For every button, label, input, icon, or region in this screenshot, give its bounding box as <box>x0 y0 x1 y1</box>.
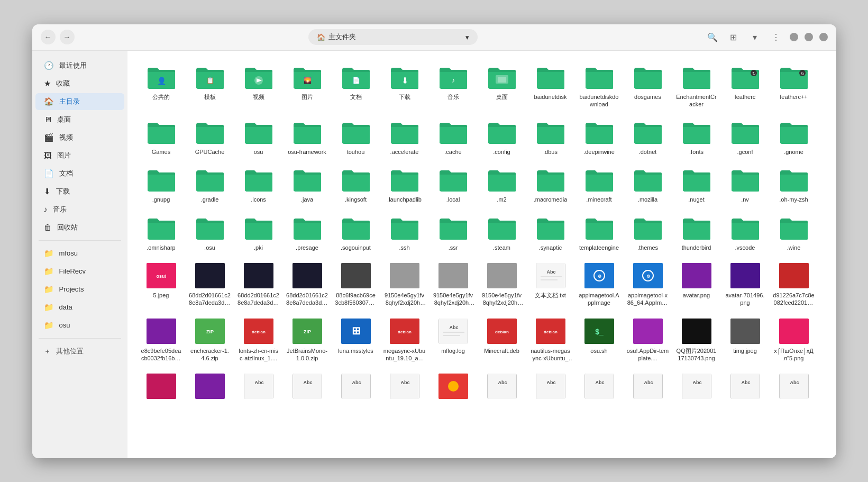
folder-item[interactable]: touhou <box>333 114 379 160</box>
file-item[interactable]: e8c9befe05deacb0032fb16bce2... <box>138 313 185 367</box>
view-toggle-button[interactable]: ⊞ <box>726 30 741 44</box>
folder-item[interactable]: 🌄 图片 <box>284 59 331 113</box>
file-item[interactable]: Abc <box>333 368 379 406</box>
folder-item[interactable]: .ssr <box>430 210 477 256</box>
folder-item[interactable]: EnchantmentCracker <box>673 59 720 113</box>
folder-item[interactable]: baidunetdisk <box>527 59 574 113</box>
file-item[interactable]: debian fonts-zh-cn-misc-atzlinux_1.... <box>235 313 282 367</box>
file-item[interactable]: Abc <box>771 368 817 406</box>
file-item[interactable]: ZIP JetBrainsMono-1.0.0.zip <box>284 313 331 367</box>
folder-item[interactable]: .gconf <box>722 114 769 160</box>
sidebar-item-music[interactable]: ♪ 音乐 <box>35 201 124 218</box>
file-item[interactable]: Abc <box>381 368 428 406</box>
folder-item[interactable]: .deepinwine <box>576 114 623 160</box>
sidebar-add-location[interactable]: ＋ 其他位置 <box>35 343 124 360</box>
file-item[interactable]: $_ osu.sh <box>576 313 623 367</box>
file-item[interactable]: 9150e4e5gy1fv8qhyf2xdj20h20... <box>479 258 525 311</box>
folder-item[interactable]: ♪ 音乐 <box>430 59 477 113</box>
folder-item[interactable]: .steam <box>479 210 525 256</box>
folder-item[interactable]: .oh-my-zsh <box>771 162 817 207</box>
file-item[interactable]: osu!.AppDir-template.... <box>625 313 671 367</box>
folder-item[interactable]: .wine <box>771 210 817 256</box>
folder-item[interactable]: Games <box>138 114 185 160</box>
sidebar-item-videos[interactable]: 🎬 视频 <box>35 129 124 146</box>
folder-item[interactable]: .local <box>430 162 477 207</box>
sidebar-item-trash[interactable]: 🗑 回收站 <box>35 219 124 236</box>
sidebar-item-mfosu[interactable]: 📁 mfosu <box>35 245 124 262</box>
back-button[interactable]: ← <box>41 30 56 44</box>
file-item[interactable] <box>138 368 185 406</box>
file-item[interactable]: d91226a7c7c8e082fced2201842... <box>771 258 817 311</box>
file-item[interactable]: Abc 文本文档.txt <box>527 258 574 311</box>
folder-item[interactable]: .gnome <box>771 114 817 160</box>
file-item[interactable]: 88c6f9acb69ce3cb8f560307cf0c... <box>333 258 379 311</box>
folder-item[interactable]: templateengine <box>576 210 623 256</box>
folder-item[interactable]: .kingsoft <box>333 162 379 207</box>
folder-item[interactable]: thunderbird <box>673 210 720 256</box>
menu-button[interactable]: ⋮ <box>769 30 783 44</box>
folder-item[interactable]: ↻ featherc++ <box>771 59 817 113</box>
folder-item[interactable]: .java <box>284 162 331 207</box>
file-item[interactable]: Abc <box>284 368 331 406</box>
file-item[interactable]: avatar.png <box>673 258 720 311</box>
file-item[interactable]: Abc <box>479 368 525 406</box>
file-item[interactable]: Abc <box>722 368 769 406</box>
file-item[interactable]: ⚙ appimagetool-x86_64.AppImage <box>625 258 671 311</box>
file-item[interactable]: Abc <box>527 368 574 406</box>
folder-item[interactable]: GPUCache <box>187 114 233 160</box>
folder-item[interactable]: .minecraft <box>576 162 623 207</box>
folder-item[interactable]: 视频 <box>235 59 282 113</box>
file-item[interactable]: timg.jpeg <box>722 313 769 367</box>
file-item[interactable]: ⊞ luna.msstyles <box>333 313 379 367</box>
sidebar-item-pictures[interactable]: 🖼 图片 <box>35 147 124 164</box>
sort-button[interactable]: ▾ <box>747 30 762 44</box>
sidebar-item-home[interactable]: 🏠 主目录 <box>35 93 124 110</box>
file-item[interactable]: 68dd2d01661c28e8a7deda3d9ca... <box>187 258 233 311</box>
file-item[interactable] <box>187 368 233 406</box>
file-item[interactable]: Abc <box>576 368 623 406</box>
folder-item[interactable]: 👤 公共的 <box>138 59 185 113</box>
file-item[interactable]: Abc <box>235 368 282 406</box>
file-item[interactable]: х⌠ПшОнхе⌡хДл"5.png <box>771 313 817 367</box>
file-item[interactable]: avatar-701496.png <box>722 258 769 311</box>
file-item[interactable]: 9150e4e5gy1fv8qhyf2xdj20h20... <box>430 258 477 311</box>
folder-item[interactable]: .launchpadlib <box>381 162 428 207</box>
file-item[interactable]: Abc mflog.log <box>430 313 477 367</box>
folder-item[interactable]: .omnisharp <box>138 210 185 256</box>
folder-item[interactable]: .dotnet <box>625 114 671 160</box>
file-item[interactable]: 9150e4e5gy1fv8qhyf2xdj20h20... <box>381 258 428 311</box>
sidebar-item-desktop[interactable]: 🖥 桌面 <box>35 111 124 128</box>
maximize-button[interactable] <box>805 33 813 41</box>
minimize-button[interactable] <box>790 33 798 41</box>
file-item[interactable]: 68dd2d01661c28e8a7deda3d9ca... <box>284 258 331 311</box>
folder-item[interactable]: dosgames <box>625 59 671 113</box>
folder-item[interactable]: 📄 文档 <box>333 59 379 113</box>
sidebar-item-documents[interactable]: 📄 文档 <box>35 165 124 182</box>
sidebar-item-projects[interactable]: 📁 Projects <box>35 281 124 298</box>
folder-item[interactable]: ↻ featherc <box>722 59 769 113</box>
folder-item[interactable]: .m2 <box>479 162 525 207</box>
address-pill[interactable]: 🏠 主文件夹 ▾ <box>308 29 478 45</box>
folder-item[interactable]: .gnupg <box>138 162 185 207</box>
folder-item[interactable]: .mozilla <box>625 162 671 207</box>
sidebar-item-osu[interactable]: 📁 osu <box>35 317 124 334</box>
sidebar-item-downloads[interactable]: ⬇ 下载 <box>35 183 124 200</box>
folder-item[interactable]: .cache <box>430 114 477 160</box>
close-button[interactable] <box>819 33 828 41</box>
file-item[interactable] <box>430 368 477 406</box>
sidebar-item-filerecv[interactable]: 📁 FileRecv <box>35 263 124 280</box>
folder-item[interactable]: .ssh <box>381 210 428 256</box>
folder-item[interactable]: .dbus <box>527 114 574 160</box>
search-button[interactable]: 🔍 <box>705 30 720 44</box>
file-item[interactable]: osu! 5.jpeg <box>138 258 185 311</box>
folder-item[interactable]: .macromedia <box>527 162 574 207</box>
forward-button[interactable]: → <box>60 30 75 44</box>
folder-item[interactable]: baidunetdiskdownload <box>576 59 623 113</box>
folder-item[interactable]: .gradle <box>187 162 233 207</box>
file-item[interactable]: debian Minecraft.deb <box>479 313 525 367</box>
folder-item[interactable]: ⬇ 下载 <box>381 59 428 113</box>
file-item[interactable]: Abc <box>625 368 671 406</box>
folder-item[interactable]: .fonts <box>673 114 720 160</box>
folder-item[interactable]: .pki <box>235 210 282 256</box>
file-item[interactable]: debian megasync-xUbuntu_19.10_amd... <box>381 313 428 367</box>
